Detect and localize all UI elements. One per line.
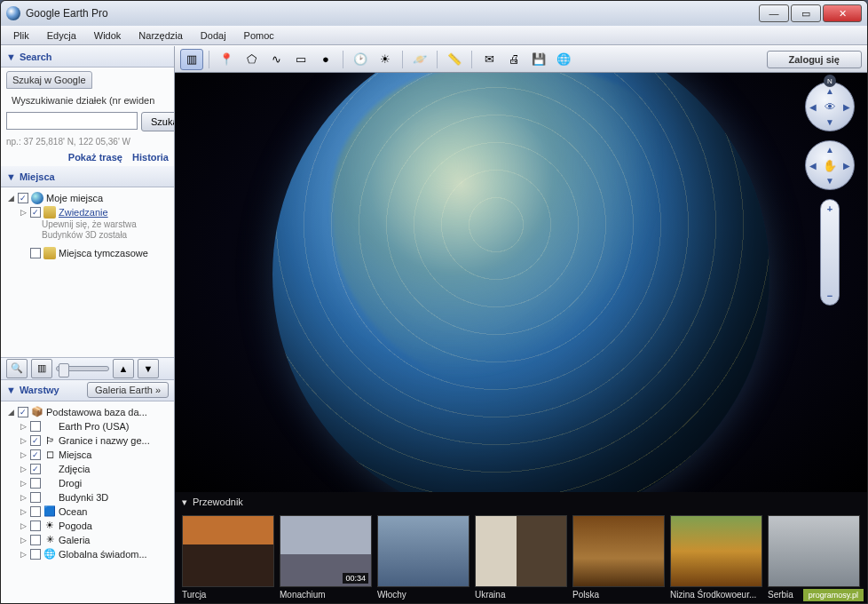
pan-control[interactable]: ▲ ▼ ◀ ▶ ✋: [805, 140, 855, 190]
checkbox[interactable]: [30, 549, 41, 560]
minimize-button[interactable]: —: [759, 4, 789, 22]
save-image-button[interactable]: 💾: [527, 49, 550, 70]
layer-row[interactable]: ▷Earth Pro (USA): [6, 419, 169, 433]
layer-label[interactable]: Miejsca: [59, 449, 91, 460]
menu-edit[interactable]: Edycja: [40, 28, 83, 43]
guide-thumb[interactable]: Nizina Środkowoeur...: [670, 515, 762, 603]
expander-icon[interactable]: ▷: [19, 479, 28, 488]
path-button[interactable]: ∿: [264, 49, 288, 70]
layer-label[interactable]: Zdjęcia: [59, 464, 90, 474]
layer-label[interactable]: Ocean: [59, 506, 87, 517]
sidebar-toggle-button[interactable]: ▥: [180, 49, 203, 70]
menu-tools[interactable]: Narzędzia: [131, 28, 190, 43]
maximize-button[interactable]: ▭: [791, 4, 821, 22]
places-root-row[interactable]: ◢ Moje miejsca: [6, 191, 169, 205]
layer-label[interactable]: Globalna świadom...: [59, 549, 147, 560]
layers-panel-header[interactable]: ▼ Warstwy Galeria Earth »: [1, 380, 174, 401]
checkbox[interactable]: [30, 207, 41, 218]
search-tab-google[interactable]: Szukaj w Google: [6, 71, 92, 89]
opacity-slider[interactable]: [56, 366, 109, 371]
checkbox[interactable]: [18, 407, 28, 417]
expander-icon[interactable]: ▷: [19, 208, 28, 217]
layer-row[interactable]: ▷Budynki 3D: [6, 490, 169, 505]
zoom-in-icon[interactable]: +: [827, 203, 832, 214]
checkbox[interactable]: [30, 449, 41, 460]
placemark-button[interactable]: 📍: [215, 49, 238, 70]
planet-button[interactable]: 🪐: [408, 49, 431, 70]
maps-button[interactable]: 🌐: [552, 49, 575, 70]
checkbox[interactable]: [30, 464, 41, 474]
earth-globe[interactable]: [272, 73, 769, 492]
layer-row[interactable]: ▷🏳Granice i nazwy ge...: [6, 433, 169, 448]
layer-label[interactable]: Budynki 3D: [59, 492, 108, 503]
email-button[interactable]: ✉: [477, 49, 501, 70]
expander-icon[interactable]: ▷: [19, 536, 28, 544]
expander-icon[interactable]: ▷: [19, 507, 28, 516]
guide-thumb[interactable]: Turcja: [182, 515, 274, 603]
view-button[interactable]: ▥: [31, 359, 52, 378]
layer-label[interactable]: Pogoda: [59, 521, 92, 531]
north-indicator[interactable]: N: [824, 75, 836, 87]
sunlight-button[interactable]: ☀: [374, 49, 397, 70]
tour-label[interactable]: Zwiedzanie: [59, 207, 108, 218]
titlebar[interactable]: Google Earth Pro — ▭ ✕: [1, 1, 867, 26]
search-tab-parcels[interactable]: Wyszukiwanie działek (nr ewiden: [6, 92, 169, 108]
layer-row[interactable]: ▷🟦Ocean: [6, 505, 169, 519]
route-link[interactable]: Pokaż trasę: [68, 152, 122, 163]
menu-file[interactable]: Plik: [6, 28, 36, 43]
layer-row[interactable]: ▷☀Pogoda: [6, 519, 169, 533]
image-overlay-button[interactable]: ▭: [289, 49, 312, 70]
checkbox[interactable]: [30, 421, 41, 432]
checkbox[interactable]: [30, 506, 41, 517]
layer-row[interactable]: ▷✳Galeria: [6, 533, 169, 547]
search-button[interactable]: Szukaj: [141, 112, 174, 131]
expander-icon[interactable]: ▷: [19, 450, 28, 459]
print-button[interactable]: 🖨: [502, 49, 525, 70]
places-temp-row[interactable]: Miejsca tymczasowe: [6, 246, 169, 260]
guide-thumb[interactable]: Włochy: [377, 515, 470, 603]
menu-add[interactable]: Dodaj: [193, 28, 233, 43]
expander-icon[interactable]: ▷: [19, 550, 28, 559]
layer-label[interactable]: Galeria: [59, 535, 90, 545]
checkbox[interactable]: [30, 478, 41, 489]
globe-viewport[interactable]: N ▲ ▼ ◀ ▶ 👁 ▲ ▼ ◀ ▶ ✋ +: [175, 73, 867, 492]
search-input[interactable]: [6, 112, 138, 130]
record-tour-button[interactable]: ●: [314, 49, 337, 70]
expander-icon[interactable]: ◢: [6, 408, 15, 417]
guide-thumb[interactable]: 00:34Monachium: [280, 515, 372, 603]
layer-label[interactable]: Earth Pro (USA): [59, 421, 129, 432]
checkbox[interactable]: [30, 248, 41, 258]
temp-places-label[interactable]: Miejsca tymczasowe: [59, 248, 148, 258]
layer-row[interactable]: ▷🌐Globalna świadom...: [6, 547, 169, 561]
places-tour-row[interactable]: ▷ Zwiedzanie: [6, 205, 169, 219]
move-up-button[interactable]: ▲: [113, 359, 134, 378]
expander-icon[interactable]: ▷: [19, 521, 28, 530]
guide-thumb[interactable]: Polska: [572, 515, 665, 603]
layer-label[interactable]: Drogi: [59, 478, 82, 489]
layer-label[interactable]: Podstawowa baza da...: [46, 407, 147, 417]
expander-icon[interactable]: ▷: [19, 465, 28, 473]
guide-header[interactable]: ▾ Przewodnik: [175, 492, 867, 512]
search-panel-header[interactable]: ▼ Search: [1, 46, 174, 68]
layer-row[interactable]: ▷Zdjęcia: [6, 462, 169, 476]
expander-icon[interactable]: ▷: [19, 422, 28, 431]
places-panel-header[interactable]: ▼ Miejsca: [1, 166, 174, 187]
gallery-button[interactable]: Galeria Earth »: [87, 382, 169, 398]
look-control[interactable]: N ▲ ▼ ◀ ▶ 👁: [805, 82, 855, 131]
guide-thumb[interactable]: Ukraina: [475, 515, 567, 603]
history-button[interactable]: 🕑: [349, 49, 372, 70]
expander-icon[interactable]: ▷: [19, 493, 28, 502]
ruler-button[interactable]: 📏: [443, 49, 466, 70]
my-places-label[interactable]: Moje miejsca: [46, 193, 103, 203]
menu-help[interactable]: Pomoc: [237, 28, 281, 43]
zoom-out-icon[interactable]: −: [827, 290, 832, 301]
checkbox[interactable]: [30, 492, 41, 503]
move-down-button[interactable]: ▼: [138, 359, 159, 378]
layer-label[interactable]: Granice i nazwy ge...: [59, 435, 150, 446]
checkbox[interactable]: [30, 521, 41, 531]
zoom-slider[interactable]: + −: [820, 199, 840, 306]
checkbox[interactable]: [30, 435, 41, 446]
close-button[interactable]: ✕: [823, 4, 862, 22]
checkbox[interactable]: [30, 535, 41, 545]
checkbox[interactable]: [18, 193, 28, 203]
